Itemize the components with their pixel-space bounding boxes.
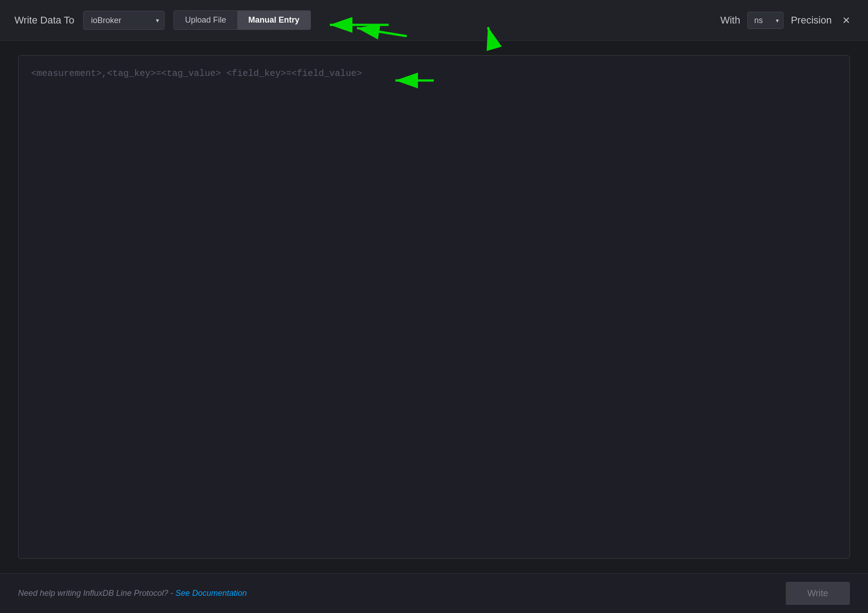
footer-help-text: Need help writing InfluxDB Line Protocol… [18,589,247,598]
write-button[interactable]: Write [786,582,850,605]
header-left: Write Data To ioBroker InfluxDB MQTT Upl… [14,10,720,30]
see-documentation-link[interactable]: See Documentation [175,589,247,598]
broker-select[interactable]: ioBroker InfluxDB MQTT [83,11,164,30]
broker-select-wrapper: ioBroker InfluxDB MQTT [83,11,164,30]
with-label: With [720,14,740,26]
upload-file-tab[interactable]: Upload File [174,11,237,29]
precision-select[interactable]: ns us ms s [747,12,784,29]
close-button[interactable]: × [839,12,854,28]
content-area [0,41,868,573]
precision-select-wrapper: ns us ms s [747,12,784,29]
write-data-label: Write Data To [14,14,74,26]
precision-label: Precision [791,14,831,26]
header-bar: Write Data To ioBroker InfluxDB MQTT Upl… [0,0,868,41]
tab-group: Upload File Manual Entry [174,10,310,30]
text-editor-container [18,55,850,559]
header-right: With ns us ms s Precision × [720,12,854,29]
manual-entry-tab[interactable]: Manual Entry [238,11,310,29]
main-container: Write Data To ioBroker InfluxDB MQTT Upl… [0,0,868,613]
footer-bar: Need help writing InfluxDB Line Protocol… [0,573,868,613]
line-protocol-editor[interactable] [31,66,837,547]
